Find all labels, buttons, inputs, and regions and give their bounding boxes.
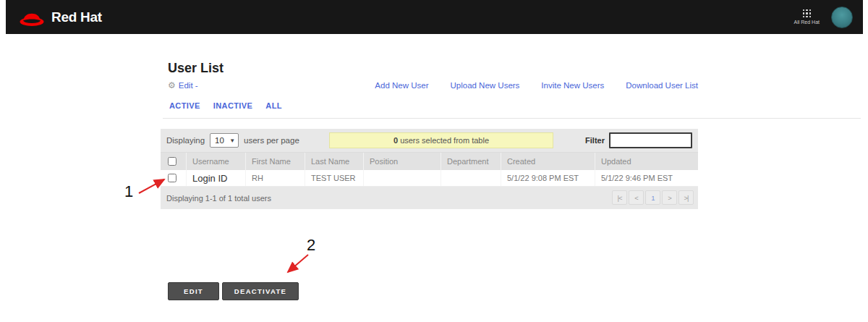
col-header-updated[interactable]: Updated	[595, 153, 698, 170]
page-next-button[interactable]: >	[662, 190, 677, 205]
filter-group: Filter	[585, 132, 692, 148]
pagination: |< < 1 > >|	[612, 190, 694, 205]
displaying-label: Displaying	[166, 136, 205, 145]
user-table: Displaying 10 ▼ users per page 0 users s…	[161, 129, 698, 209]
chevron-down-icon: ▼	[229, 137, 235, 144]
annotation-label-2: 2	[307, 236, 315, 255]
annotation-arrow-2	[288, 255, 308, 272]
user-avatar[interactable]	[831, 7, 853, 28]
per-page-select[interactable]: 10 ▼	[210, 133, 239, 148]
per-page-suffix: users per page	[244, 136, 299, 145]
cell-created: 5/1/22 9:08 PM EST	[501, 170, 595, 186]
bulk-action-buttons: EDIT DEACTIVATE	[168, 282, 299, 300]
col-header-department[interactable]: Department	[441, 153, 501, 170]
edit-row: ⚙ Edit -	[168, 81, 198, 90]
masthead-right: All Red Hat	[794, 0, 853, 34]
page-title: User List	[168, 61, 224, 76]
footer-summary: Displaying 1-1 of 1 total users	[166, 194, 271, 203]
select-all-checkbox[interactable]	[168, 157, 176, 166]
tab-active[interactable]: ACTIVE	[169, 101, 200, 110]
page-last-button[interactable]: >|	[678, 190, 694, 205]
divider	[163, 118, 861, 119]
table-row: Login ID RH TEST USER 5/1/22 9:08 PM EST…	[161, 170, 698, 187]
download-user-list-link[interactable]: Download User List	[626, 81, 698, 90]
page-prev-button[interactable]: <	[629, 190, 644, 205]
cell-first-name: RH	[246, 170, 305, 186]
selected-count-banner: 0 users selected from table	[329, 132, 553, 148]
app-switcher-label: All Red Hat	[794, 20, 820, 25]
row-select-checkbox[interactable]	[168, 174, 176, 182]
row-checkbox-cell	[161, 170, 187, 186]
col-header-username[interactable]: Username	[187, 153, 246, 170]
deactivate-button[interactable]: DEACTIVATE	[222, 282, 299, 300]
per-page-value: 10	[215, 136, 224, 145]
col-header-created[interactable]: Created	[501, 153, 595, 170]
cell-updated: 5/1/22 9:46 PM EST	[595, 170, 698, 186]
page-first-button[interactable]: |<	[612, 190, 627, 205]
masthead: Red Hat All Red Hat	[6, 0, 863, 34]
redhat-logo[interactable]: Red Hat	[19, 7, 102, 27]
col-header-position[interactable]: Position	[364, 153, 441, 170]
action-links: Add New User Upload New Users Invite New…	[375, 81, 698, 90]
upload-new-users-link[interactable]: Upload New Users	[450, 81, 519, 90]
filter-label: Filter	[585, 136, 605, 145]
tab-all[interactable]: ALL	[265, 101, 282, 110]
tab-inactive[interactable]: INACTIVE	[213, 101, 253, 110]
brand-wordmark: Red Hat	[51, 9, 102, 25]
per-page-group: Displaying 10 ▼ users per page	[166, 133, 299, 148]
cell-position	[364, 170, 441, 186]
edit-button[interactable]: EDIT	[168, 282, 219, 300]
status-tabs: ACTIVE INACTIVE ALL	[169, 101, 282, 110]
table-footer: Displaying 1-1 of 1 total users |< < 1 >…	[161, 187, 698, 209]
header-checkbox-cell	[161, 153, 187, 170]
apps-grid-icon	[803, 9, 812, 18]
app-switcher[interactable]: All Red Hat	[794, 9, 820, 25]
table-header-row: Username First Name Last Name Position D…	[161, 153, 698, 170]
selected-suffix: users selected from table	[398, 136, 489, 145]
col-header-first-name[interactable]: First Name	[246, 153, 305, 170]
table-controls: Displaying 10 ▼ users per page 0 users s…	[161, 129, 698, 153]
cell-department	[441, 170, 501, 186]
col-header-last-name[interactable]: Last Name	[305, 153, 364, 170]
filter-input[interactable]	[609, 132, 692, 148]
add-new-user-link[interactable]: Add New User	[375, 81, 428, 90]
cell-last-name: TEST USER	[305, 170, 364, 186]
gear-icon: ⚙	[168, 81, 176, 90]
invite-new-users-link[interactable]: Invite New Users	[541, 81, 604, 90]
red-hat-fedora-icon	[19, 7, 45, 27]
annotation-label-1: 1	[124, 182, 133, 201]
edit-link[interactable]: Edit -	[179, 81, 198, 90]
cell-username: Login ID	[187, 170, 246, 186]
page-current-button[interactable]: 1	[645, 190, 660, 205]
